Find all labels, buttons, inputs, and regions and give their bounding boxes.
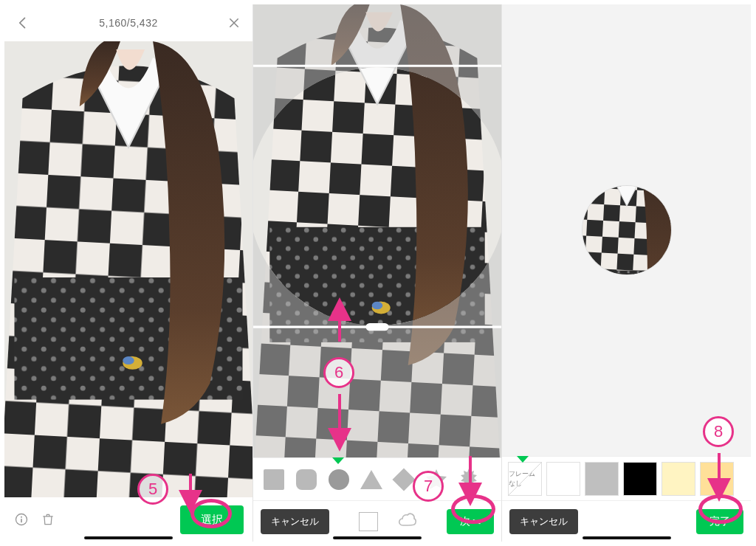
crop-tool-icons bbox=[359, 512, 418, 531]
home-indicator bbox=[583, 536, 671, 539]
frame-option-none[interactable]: フレームなし bbox=[508, 462, 542, 496]
shape-star[interactable] bbox=[425, 468, 448, 491]
cancel-button[interactable]: キャンセル bbox=[509, 509, 578, 534]
done-button[interactable]: 完了 bbox=[696, 509, 743, 534]
shape-picker-bar bbox=[253, 457, 501, 500]
svg-point-11 bbox=[21, 516, 22, 518]
svg-rect-12 bbox=[21, 519, 22, 522]
screen-select-photo: 5,160/5,432 選択 5 bbox=[4, 4, 253, 542]
home-indicator bbox=[84, 536, 173, 539]
photo-counter: 5,160/5,432 bbox=[99, 17, 157, 29]
screen-crop-shape: キャンセル 次へ 6 7 bbox=[253, 4, 502, 542]
home-indicator bbox=[333, 536, 422, 539]
shape-circle[interactable] bbox=[327, 468, 351, 491]
photo-picker-footer: 選択 bbox=[4, 497, 252, 542]
frame-option-cream[interactable] bbox=[662, 462, 695, 496]
crop-action-bar: キャンセル 次へ bbox=[253, 500, 501, 542]
svg-line-22 bbox=[508, 462, 542, 496]
close-icon[interactable] bbox=[226, 15, 242, 31]
shape-burst[interactable] bbox=[457, 468, 481, 491]
shape-diamond[interactable] bbox=[392, 468, 416, 491]
shape-triangle[interactable] bbox=[360, 468, 383, 491]
next-button[interactable]: 次へ bbox=[447, 509, 494, 534]
shape-square[interactable] bbox=[262, 468, 286, 491]
frame-option-white[interactable] bbox=[546, 462, 580, 496]
photo-picker-header: 5,160/5,432 bbox=[4, 4, 252, 41]
cancel-button[interactable]: キャンセル bbox=[261, 509, 329, 534]
frame-action-bar: キャンセル 完了 bbox=[502, 500, 751, 542]
screen-frame-select: フレームなし キャンセル 完了 8 bbox=[502, 4, 751, 542]
svg-rect-18 bbox=[365, 323, 388, 331]
avatar-preview bbox=[583, 186, 671, 274]
select-button[interactable]: 選択 bbox=[180, 505, 244, 534]
final-preview-area bbox=[502, 4, 751, 456]
info-icon[interactable] bbox=[13, 511, 30, 528]
crop-rect-icon[interactable] bbox=[359, 512, 378, 531]
shape-rounded-square[interactable] bbox=[295, 468, 318, 491]
frame-option-yellow[interactable] bbox=[700, 462, 734, 496]
frame-option-grey[interactable] bbox=[585, 462, 619, 496]
shape-selected-indicator bbox=[332, 457, 344, 465]
crop-canvas[interactable] bbox=[253, 4, 501, 457]
back-icon[interactable] bbox=[15, 15, 31, 31]
full-photo-preview[interactable] bbox=[4, 41, 252, 497]
freeform-shape-icon[interactable] bbox=[397, 512, 418, 531]
frame-option-black[interactable] bbox=[623, 462, 657, 496]
trash-icon[interactable] bbox=[40, 511, 56, 528]
frame-picker-bar: フレームなし bbox=[502, 456, 751, 500]
